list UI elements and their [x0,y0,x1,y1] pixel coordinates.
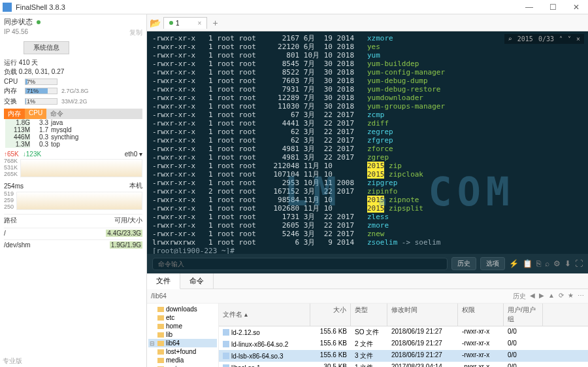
fullscreen-icon[interactable]: ⛶ [575,259,583,268]
cpu-label: CPU [4,78,21,85]
tree-item[interactable]: downloads [148,305,217,313]
open-folder-icon[interactable]: 📂 [150,18,161,28]
process-row[interactable]: 446M0.3syncthing [4,133,142,141]
folder-icon [157,341,164,346]
file-tabs: 文件 命令 [147,273,588,289]
folder-icon [157,358,164,363]
copy-icon[interactable]: ⎘ [536,259,541,268]
forward-icon[interactable]: ▶ [539,292,544,301]
disk-row[interactable]: /dev/shm1.9G/1.9G [4,239,142,249]
file-row[interactable]: ld-2.12.so155.6 KBSO 文件2018/06/19 21:27-… [219,326,588,338]
ping-host[interactable]: 本机 [129,181,142,190]
sync-label: 同步状态 [4,17,33,27]
path-bar: /lib64 历史 ◀ ▶ ▲ ⟳ ★ ⋯ [147,289,588,304]
sidebar: 同步状态 IP 45.56 复制 系统信息 运行 410 天 负载 0.28, … [0,14,147,367]
close-button[interactable]: ✕ [567,3,585,12]
net-chart [20,159,142,177]
tab-file[interactable]: 文件 [147,273,180,289]
folder-icon [157,307,164,312]
file-icon [223,364,229,367]
tab-bar: 📂 1 × + [147,14,588,31]
titlebar: FinalShell 3.8.3 — ☐ ✕ [0,0,588,14]
tree-item[interactable]: ⊟lib64 [148,339,217,347]
path-history-button[interactable]: 历史 [513,292,526,301]
copy-ip-button[interactable]: 复制 [129,28,142,37]
folder-tree[interactable]: downloadsetchomelib⊟lib64lost+foundmedia… [147,304,219,367]
load-text: 负载 0.28, 0.31, 0.27 [4,67,142,77]
clipboard-icon[interactable]: 📋 [523,259,532,268]
search-prev-icon[interactable]: ˄ [559,35,563,43]
tree-item[interactable]: lib [148,330,217,339]
history-button[interactable]: 历史 [451,257,476,270]
version-label: 专业版 [3,357,22,366]
refresh-icon[interactable]: ⟳ [559,292,564,301]
swap-label: 交换 [4,97,21,106]
file-row[interactable]: ld-lsb-x86-64.so.3155.6 KB3 文件2018/06/19… [219,350,588,362]
net-up: ↑65K [4,150,19,158]
folder-icon [157,332,164,338]
back-icon[interactable]: ◀ [530,292,535,301]
minimize-button[interactable]: — [520,3,538,12]
tree-item[interactable]: etc [148,313,217,322]
more-icon[interactable]: ⋯ [578,292,584,301]
current-path: /lib64 [151,292,167,300]
ip-label: IP 45.56 [4,28,28,37]
mem-bar: 71% [25,88,57,94]
session-tab[interactable]: 1 × [163,17,207,29]
tree-item[interactable]: media [148,356,217,364]
bolt-icon[interactable]: ⚡ [509,259,519,268]
search-close-icon[interactable]: × [576,35,580,43]
process-header: 内存CPU命令 [4,109,142,119]
disk-header: 路径可用/大小 [4,214,142,225]
system-info-button[interactable]: 系统信息 [24,41,69,54]
command-bar: 历史 选项 ⚡ 📋 ⎘ ⌕ ⚙ ⬇ ⛶ [147,254,588,273]
download-icon[interactable]: ⬇ [564,259,571,268]
tab-command[interactable]: 命令 [180,273,214,288]
command-input[interactable] [152,258,448,270]
tree-item[interactable]: home [148,322,217,330]
process-row[interactable]: 113M1.7mysqld [4,126,142,133]
ping-value: 254ms [4,183,24,190]
search-icon: ⌕ [508,35,512,43]
file-icon [223,353,229,359]
file-list: 文件名 ▴ 大小 类型 修改时间 权限 用户/用户组 ld-2.12.so155… [219,304,588,367]
ping-chart [16,192,142,210]
mem-label: 内存 [4,86,21,96]
sync-status-dot [37,20,41,24]
options-button[interactable]: 选项 [480,257,505,270]
uptime-text: 运行 410 天 [4,58,142,67]
add-tab-button[interactable]: + [210,18,220,28]
maximize-button[interactable]: ☐ [544,3,562,12]
settings-icon[interactable]: ⚙ [553,259,561,268]
net-down: ↓123K [23,150,41,158]
folder-icon [157,349,164,355]
file-icon [223,329,229,336]
file-icon [223,341,229,347]
bookmark-icon[interactable]: ★ [568,292,574,301]
cpu-bar: 7% [25,79,57,85]
process-row[interactable]: 1.8G3.3java [4,119,142,126]
up-icon[interactable]: ▲ [548,292,555,301]
search-term-icon[interactable]: ⌕ [545,259,549,268]
close-tab-icon[interactable]: × [198,20,202,27]
terminal-search-bar[interactable]: ⌕ 2015 0/33 ˄ ˅ × [504,34,584,44]
tree-item[interactable]: lost+found [148,347,217,356]
folder-icon [157,315,164,321]
net-interface[interactable]: eth0 ▾ [125,150,142,158]
file-row[interactable]: ld-linux-x86-64.so.2155.6 KB2 文件2018/06/… [219,338,588,350]
process-row[interactable]: 1.3M0.3top [4,141,142,148]
file-row[interactable]: libacl.so.130.5 KB1 文件2017/08/23 04:14-r… [219,362,588,367]
terminal[interactable]: ⌕ 2015 0/33 ˄ ˅ × -rwxr-xr-x 1 root root… [147,31,588,254]
tree-item[interactable]: mnt [148,364,217,367]
disk-row[interactable]: /4.4G/23.3G [4,228,142,237]
swap-bar: 1% [25,98,57,105]
search-next-icon[interactable]: ˅ [568,35,571,43]
folder-icon [157,324,164,329]
status-dot-icon [169,21,173,25]
app-title: FinalShell 3.8.3 [16,3,520,11]
app-icon [3,3,12,12]
file-list-header[interactable]: 文件名 ▴ 大小 类型 修改时间 权限 用户/用户组 [219,304,588,326]
